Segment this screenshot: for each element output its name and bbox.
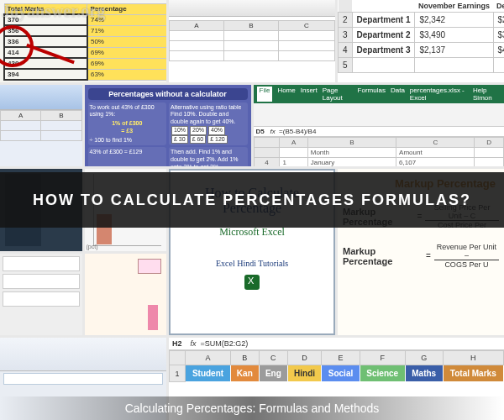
thumb-percentages-without-calculator[interactable]: Percentages without a calculator To work… [85,85,251,167]
col-hindi: Hindi [287,365,322,382]
dept-3: Department 3 [352,43,415,58]
chart-bar [148,305,158,330]
thumb-gray-toolbar[interactable] [0,254,82,336]
fx-icon: fx [191,339,197,348]
right-method: Alternative using ratio table Find 10%. … [169,102,248,146]
col-maths: Maths [405,365,443,382]
dept-2: Department 2 [352,28,415,43]
ribbon [169,0,335,17]
dept-1: Department 1 [352,13,415,28]
name-box: D5 [256,128,265,135]
overlay-title-band: HOW TO CALCULATE PERCENTAGES FORMULAS? [0,172,504,228]
card-title: Percentages without a calculator [88,88,248,100]
col-science: Science [360,365,405,382]
excel-logo-icon [244,275,260,290]
thumb-cream-chart[interactable] [85,254,167,336]
filename: percentages.xlsx - Excel [410,87,468,102]
col-student: Student [186,365,231,382]
slide-footer: Excel Hindi Tutorials [176,259,328,268]
formula-bar [3,373,163,385]
col-kan: Kan [230,365,259,382]
ribbon-tabs: FileHomeInsertPage LayoutFormulasData pe… [254,85,505,103]
ribbon-body [254,103,505,127]
col-november: November Earnings [415,0,493,13]
bottom-caption: Calculating Percentages: Formulas and Me… [0,396,504,420]
slide-subtitle: Microsoft Excel [176,226,328,239]
axis-label: (pct) [87,244,98,249]
formula-bar: =SUM(B2:G2) [201,339,249,348]
thumb-excel-blank[interactable]: ABC [169,0,335,82]
markup-formula-2: Markup Percentage= Revenue Per Unit –COG… [343,243,499,269]
ribbon [0,85,82,110]
help-label: Help Simon [473,87,501,102]
col-eng: Eng [259,365,287,382]
col-social: Social [322,365,360,382]
ribbon [0,338,166,371]
thumb-excel-green[interactable]: FileHomeInsertPage LayoutFormulasData pe… [254,85,505,167]
left-method: To work out 43% of £300 using 1%: 1% of … [88,102,167,146]
name-box: H2 [172,339,182,348]
fx-icon: fx [270,128,275,135]
thumb-department-earnings[interactable]: November EarningsDecember EarningsDiff 2… [338,0,504,82]
chart-legend [138,259,161,274]
formula-bar: =(B5-B4)/B4 [279,128,316,135]
thumb-excel-2007[interactable]: AB [0,85,82,167]
col-december: December Earnings [493,0,504,13]
watermark: Joyanswer.org [2,2,105,21]
col-total: Total Marks [443,365,503,382]
overlay-title-text: HOW TO CALCULATE PERCENTAGES FORMULAS? [33,192,471,209]
